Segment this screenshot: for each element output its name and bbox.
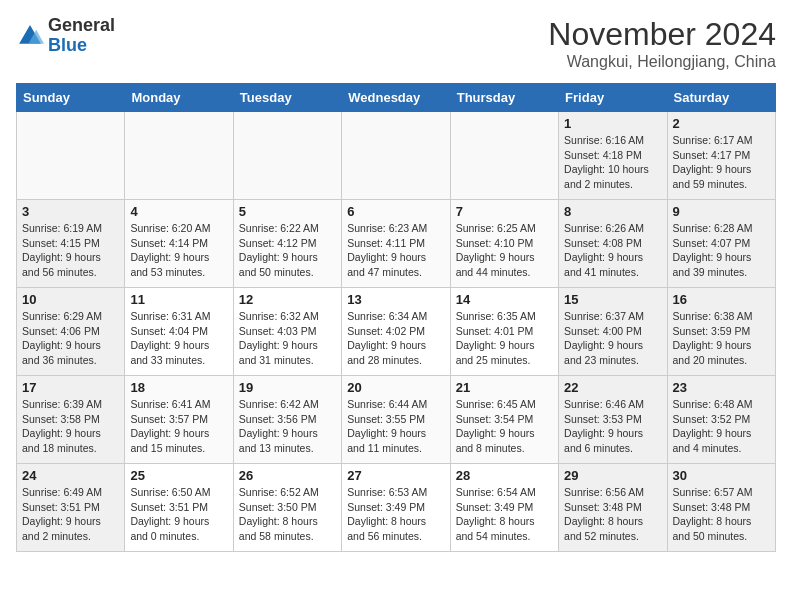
header-tuesday: Tuesday [233,84,341,112]
day-number: 8 [564,204,661,219]
day-info: Sunrise: 6:49 AM Sunset: 3:51 PM Dayligh… [22,485,119,544]
day-info: Sunrise: 6:29 AM Sunset: 4:06 PM Dayligh… [22,309,119,368]
calendar-cell: 1Sunrise: 6:16 AM Sunset: 4:18 PM Daylig… [559,112,667,200]
day-info: Sunrise: 6:35 AM Sunset: 4:01 PM Dayligh… [456,309,553,368]
calendar-cell [450,112,558,200]
day-info: Sunrise: 6:32 AM Sunset: 4:03 PM Dayligh… [239,309,336,368]
calendar-cell: 11Sunrise: 6:31 AM Sunset: 4:04 PM Dayli… [125,288,233,376]
calendar-week-0: 1Sunrise: 6:16 AM Sunset: 4:18 PM Daylig… [17,112,776,200]
header-sunday: Sunday [17,84,125,112]
day-info: Sunrise: 6:57 AM Sunset: 3:48 PM Dayligh… [673,485,770,544]
header: General Blue November 2024 Wangkui, Heil… [16,16,776,71]
calendar-week-4: 24Sunrise: 6:49 AM Sunset: 3:51 PM Dayli… [17,464,776,552]
day-info: Sunrise: 6:39 AM Sunset: 3:58 PM Dayligh… [22,397,119,456]
day-number: 11 [130,292,227,307]
calendar-cell: 10Sunrise: 6:29 AM Sunset: 4:06 PM Dayli… [17,288,125,376]
calendar-header-row: SundayMondayTuesdayWednesdayThursdayFrid… [17,84,776,112]
day-info: Sunrise: 6:56 AM Sunset: 3:48 PM Dayligh… [564,485,661,544]
calendar-cell: 27Sunrise: 6:53 AM Sunset: 3:49 PM Dayli… [342,464,450,552]
day-number: 3 [22,204,119,219]
calendar-cell: 8Sunrise: 6:26 AM Sunset: 4:08 PM Daylig… [559,200,667,288]
calendar-cell: 19Sunrise: 6:42 AM Sunset: 3:56 PM Dayli… [233,376,341,464]
day-info: Sunrise: 6:16 AM Sunset: 4:18 PM Dayligh… [564,133,661,192]
calendar-cell: 9Sunrise: 6:28 AM Sunset: 4:07 PM Daylig… [667,200,775,288]
logo: General Blue [16,16,115,56]
day-info: Sunrise: 6:54 AM Sunset: 3:49 PM Dayligh… [456,485,553,544]
day-number: 9 [673,204,770,219]
header-friday: Friday [559,84,667,112]
calendar-cell: 3Sunrise: 6:19 AM Sunset: 4:15 PM Daylig… [17,200,125,288]
day-number: 21 [456,380,553,395]
day-number: 2 [673,116,770,131]
day-info: Sunrise: 6:31 AM Sunset: 4:04 PM Dayligh… [130,309,227,368]
day-number: 17 [22,380,119,395]
calendar-cell: 30Sunrise: 6:57 AM Sunset: 3:48 PM Dayli… [667,464,775,552]
day-info: Sunrise: 6:25 AM Sunset: 4:10 PM Dayligh… [456,221,553,280]
day-info: Sunrise: 6:34 AM Sunset: 4:02 PM Dayligh… [347,309,444,368]
calendar-cell: 4Sunrise: 6:20 AM Sunset: 4:14 PM Daylig… [125,200,233,288]
calendar-cell: 23Sunrise: 6:48 AM Sunset: 3:52 PM Dayli… [667,376,775,464]
day-number: 18 [130,380,227,395]
day-number: 19 [239,380,336,395]
day-info: Sunrise: 6:46 AM Sunset: 3:53 PM Dayligh… [564,397,661,456]
day-info: Sunrise: 6:50 AM Sunset: 3:51 PM Dayligh… [130,485,227,544]
day-number: 6 [347,204,444,219]
calendar-cell: 28Sunrise: 6:54 AM Sunset: 3:49 PM Dayli… [450,464,558,552]
calendar-cell [125,112,233,200]
header-monday: Monday [125,84,233,112]
header-wednesday: Wednesday [342,84,450,112]
calendar-cell: 15Sunrise: 6:37 AM Sunset: 4:00 PM Dayli… [559,288,667,376]
calendar-cell: 16Sunrise: 6:38 AM Sunset: 3:59 PM Dayli… [667,288,775,376]
header-thursday: Thursday [450,84,558,112]
day-number: 13 [347,292,444,307]
subtitle: Wangkui, Heilongjiang, China [548,53,776,71]
day-number: 5 [239,204,336,219]
calendar-cell: 2Sunrise: 6:17 AM Sunset: 4:17 PM Daylig… [667,112,775,200]
calendar-cell: 14Sunrise: 6:35 AM Sunset: 4:01 PM Dayli… [450,288,558,376]
month-title: November 2024 [548,16,776,53]
day-number: 22 [564,380,661,395]
day-number: 23 [673,380,770,395]
calendar-cell: 5Sunrise: 6:22 AM Sunset: 4:12 PM Daylig… [233,200,341,288]
logo-text: General Blue [48,16,115,56]
calendar-cell [233,112,341,200]
day-number: 7 [456,204,553,219]
calendar-cell: 12Sunrise: 6:32 AM Sunset: 4:03 PM Dayli… [233,288,341,376]
day-number: 26 [239,468,336,483]
day-number: 14 [456,292,553,307]
day-info: Sunrise: 6:45 AM Sunset: 3:54 PM Dayligh… [456,397,553,456]
day-info: Sunrise: 6:41 AM Sunset: 3:57 PM Dayligh… [130,397,227,456]
day-info: Sunrise: 6:48 AM Sunset: 3:52 PM Dayligh… [673,397,770,456]
calendar-week-2: 10Sunrise: 6:29 AM Sunset: 4:06 PM Dayli… [17,288,776,376]
day-number: 30 [673,468,770,483]
day-number: 25 [130,468,227,483]
day-info: Sunrise: 6:52 AM Sunset: 3:50 PM Dayligh… [239,485,336,544]
day-info: Sunrise: 6:19 AM Sunset: 4:15 PM Dayligh… [22,221,119,280]
calendar-cell [17,112,125,200]
logo-general: General [48,15,115,35]
title-area: November 2024 Wangkui, Heilongjiang, Chi… [548,16,776,71]
day-info: Sunrise: 6:44 AM Sunset: 3:55 PM Dayligh… [347,397,444,456]
calendar-cell: 7Sunrise: 6:25 AM Sunset: 4:10 PM Daylig… [450,200,558,288]
day-number: 15 [564,292,661,307]
day-info: Sunrise: 6:20 AM Sunset: 4:14 PM Dayligh… [130,221,227,280]
calendar-cell: 21Sunrise: 6:45 AM Sunset: 3:54 PM Dayli… [450,376,558,464]
day-info: Sunrise: 6:42 AM Sunset: 3:56 PM Dayligh… [239,397,336,456]
day-number: 16 [673,292,770,307]
day-info: Sunrise: 6:28 AM Sunset: 4:07 PM Dayligh… [673,221,770,280]
header-saturday: Saturday [667,84,775,112]
calendar-cell: 17Sunrise: 6:39 AM Sunset: 3:58 PM Dayli… [17,376,125,464]
day-info: Sunrise: 6:53 AM Sunset: 3:49 PM Dayligh… [347,485,444,544]
day-number: 20 [347,380,444,395]
calendar-cell: 24Sunrise: 6:49 AM Sunset: 3:51 PM Dayli… [17,464,125,552]
calendar-cell: 26Sunrise: 6:52 AM Sunset: 3:50 PM Dayli… [233,464,341,552]
day-info: Sunrise: 6:26 AM Sunset: 4:08 PM Dayligh… [564,221,661,280]
day-number: 10 [22,292,119,307]
calendar-cell: 29Sunrise: 6:56 AM Sunset: 3:48 PM Dayli… [559,464,667,552]
day-info: Sunrise: 6:37 AM Sunset: 4:00 PM Dayligh… [564,309,661,368]
calendar-cell: 25Sunrise: 6:50 AM Sunset: 3:51 PM Dayli… [125,464,233,552]
day-number: 12 [239,292,336,307]
calendar-week-1: 3Sunrise: 6:19 AM Sunset: 4:15 PM Daylig… [17,200,776,288]
calendar-cell: 18Sunrise: 6:41 AM Sunset: 3:57 PM Dayli… [125,376,233,464]
logo-icon [16,22,44,50]
